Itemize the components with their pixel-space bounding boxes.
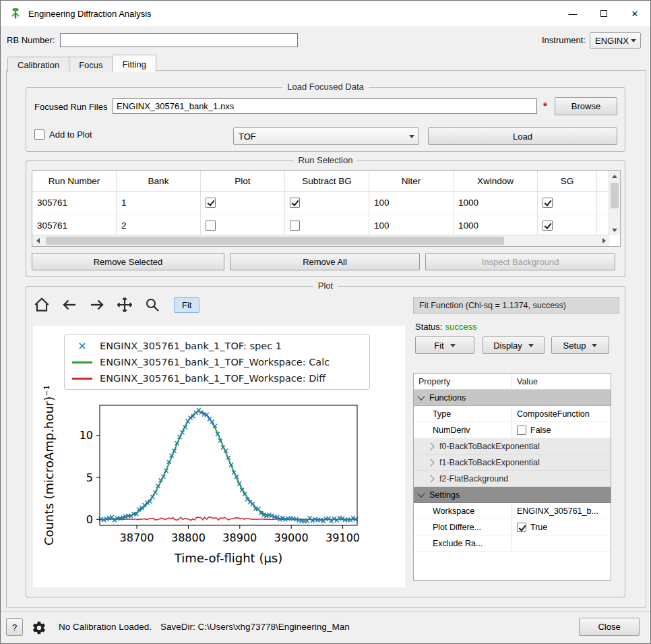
f1-function-row[interactable]: f1-BackToBackExponential — [414, 455, 611, 471]
property-column-header: Property — [414, 374, 512, 389]
functions-group-row[interactable]: Functions — [414, 390, 611, 406]
scrollbar-thumb[interactable] — [46, 237, 504, 245]
col-subtract-bg[interactable]: Subtract BG — [285, 171, 369, 191]
tab-focus[interactable]: Focus — [69, 57, 113, 72]
col-sg[interactable]: SG — [538, 171, 597, 191]
col-run-number[interactable]: Run Number — [32, 171, 117, 191]
scrollbar-thumb[interactable] — [611, 183, 619, 208]
col-xwindow[interactable]: Xwindow — [454, 171, 538, 191]
svg-text:38900: 38900 — [222, 531, 257, 544]
setup-menu-button[interactable]: Setup — [551, 336, 609, 354]
f0-function-row[interactable]: f0-BackToBackExponential — [414, 438, 611, 455]
cell-xwindow: 1000 — [454, 192, 538, 214]
maximize-button[interactable] — [588, 1, 619, 26]
subtract-bg-checkbox[interactable] — [290, 221, 300, 231]
plot-checkbox[interactable] — [206, 221, 216, 231]
savedir-text: SaveDir: C:\Users\xhg73778\Engineering_M… — [160, 622, 350, 632]
close-window-button[interactable]: ✕ — [619, 1, 650, 26]
group-title: Load Focused Data — [26, 82, 625, 92]
settings-group-row[interactable]: Settings — [414, 487, 611, 503]
cell-plot — [201, 214, 285, 235]
help-button[interactable]: ? — [6, 618, 23, 636]
rb-number-label: RB Number: — [7, 35, 55, 45]
rb-number-input[interactable] — [60, 33, 298, 47]
f2-function-row[interactable]: f2-FlatBackground — [414, 471, 611, 487]
svg-text:39100: 39100 — [326, 531, 360, 544]
minimize-button[interactable]: — — [557, 1, 588, 26]
numderiv-checkbox[interactable] — [517, 426, 526, 435]
subtract-bg-checkbox[interactable] — [290, 198, 300, 208]
type-row[interactable]: Type CompositeFunction — [414, 406, 611, 422]
plot-checkbox[interactable] — [206, 198, 216, 208]
cell-bank: 2 — [117, 214, 201, 235]
scroll-left-icon[interactable] — [32, 235, 43, 246]
legend-label: ENGINX_305761_bank_1_TOF: spec 1 — [100, 341, 282, 351]
plot-canvas[interactable]: 38700388003890039000391000510Time-of-fli… — [33, 326, 405, 587]
browse-button[interactable]: Browse — [555, 97, 617, 115]
scroll-down-icon[interactable] — [609, 225, 620, 235]
scroll-up-icon[interactable] — [609, 171, 620, 181]
exclude-range-row[interactable]: Exclude Ra... — [414, 535, 611, 552]
chevron-down-icon — [450, 344, 456, 347]
fit-menu-button[interactable]: Fit — [415, 336, 474, 354]
fit-function-header: Fit Function (Chi-sq = 1.1374, success) — [413, 297, 619, 314]
zoom-icon[interactable] — [144, 296, 161, 314]
functions-group-label: Functions — [429, 393, 466, 403]
col-niter[interactable]: Niter — [369, 171, 454, 191]
home-icon[interactable] — [33, 296, 51, 314]
col-plot[interactable]: Plot — [201, 171, 285, 191]
close-button[interactable]: Close — [579, 618, 640, 636]
legend-label: ENGINX_305761_bank_1_TOF_Workspace: Calc — [100, 357, 330, 368]
sg-checkbox[interactable] — [542, 198, 553, 208]
plot-legend: ENGINX_305761_bank_1_TOF: spec 1 ENGINX_… — [64, 334, 370, 390]
app-icon — [9, 7, 22, 20]
run-table: Run Number Bank Plot Subtract BG Niter X… — [32, 170, 621, 247]
exclude-range-value — [512, 535, 611, 551]
settings-button[interactable] — [29, 618, 49, 637]
display-menu-label: Display — [493, 341, 522, 351]
maximize-icon — [600, 10, 607, 17]
instrument-select[interactable]: ENGINX — [590, 32, 641, 49]
load-button[interactable]: Load — [428, 127, 617, 145]
cell-xwindow: 1000 — [454, 214, 538, 235]
f0-label: f0-BackToBackExponential — [439, 442, 540, 451]
focused-run-files-input[interactable] — [113, 98, 537, 114]
tab-calibration[interactable]: Calibration — [7, 57, 69, 72]
gear-icon — [32, 620, 46, 635]
focused-run-files-label: Focused Run Files — [34, 102, 107, 112]
display-menu-button[interactable]: Display — [483, 336, 545, 354]
col-bank[interactable]: Bank — [117, 171, 201, 191]
instrument-label: Instrument: — [542, 35, 586, 45]
plot-difference-row[interactable]: Plot Differe... True — [414, 519, 611, 535]
horizontal-scrollbar[interactable] — [32, 235, 609, 246]
property-grid-header: Property Value — [414, 374, 611, 390]
forward-icon[interactable] — [88, 296, 106, 314]
cell-subtract-bg — [285, 192, 369, 214]
tab-bar: Calibration Focus Fitting — [7, 55, 156, 72]
sg-checkbox[interactable] — [542, 221, 553, 231]
inspect-background-button[interactable]: Inspect Background — [425, 253, 615, 270]
back-icon[interactable] — [61, 296, 78, 314]
workspace-row[interactable]: Workspace ENGINX_305761_b... — [414, 503, 611, 519]
unit-select[interactable]: TOF — [233, 127, 419, 145]
plot-difference-checkbox[interactable] — [517, 523, 526, 532]
tab-fitting[interactable]: Fitting — [113, 55, 156, 72]
settings-group-label: Settings — [429, 490, 460, 500]
fitting-tab-panel: Load Focused Data Focused Run Files * Br… — [6, 70, 646, 608]
status-value: success — [445, 322, 476, 332]
add-to-plot-checkbox[interactable] — [34, 129, 44, 140]
chevron-down-icon — [417, 490, 425, 497]
pan-icon[interactable] — [116, 296, 133, 314]
fit-toggle-button[interactable]: Fit — [174, 297, 199, 313]
f1-label: f1-BackToBackExponential — [439, 458, 540, 467]
group-title: Run Selection — [26, 155, 625, 165]
setup-menu-label: Setup — [563, 341, 586, 351]
scroll-right-icon[interactable] — [598, 235, 609, 246]
remove-all-button[interactable]: Remove All — [230, 253, 420, 270]
table-row[interactable]: 305761 1 100 1000 — [32, 192, 609, 214]
numderiv-row[interactable]: NumDeriv False — [414, 422, 611, 438]
table-row[interactable]: 305761 2 100 1000 — [32, 214, 609, 235]
cell-run: 305761 — [32, 192, 117, 214]
remove-selected-button[interactable]: Remove Selected — [32, 253, 224, 270]
vertical-scrollbar[interactable] — [609, 171, 620, 235]
